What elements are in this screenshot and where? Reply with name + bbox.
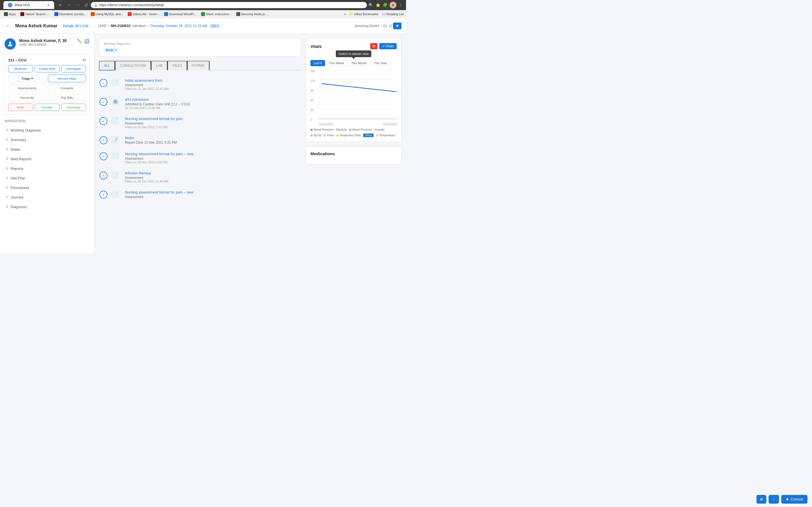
- legend-label: Bp (d): [314, 134, 321, 137]
- bookmark-yahoo[interactable]: Yahoo! Search -...: [18, 11, 52, 17]
- consents-button[interactable]: Consents: [48, 84, 86, 92]
- back-navigation[interactable]: ←: [4, 22, 12, 30]
- wd-label: Working Diagnosis *: [104, 42, 296, 45]
- nav-notes[interactable]: ≡Notes: [4, 145, 90, 154]
- nav-summary[interactable]: ≡Summary: [4, 135, 90, 145]
- wd-tag-text: fever: [106, 48, 114, 52]
- time-tab-last5[interactable]: Last 5: [310, 60, 325, 66]
- vitals-chart-button[interactable]: ↗ Vitals: [379, 43, 397, 49]
- profile-avatar[interactable]: A: [390, 2, 396, 8]
- extensions-icon[interactable]: 🧩: [383, 3, 388, 7]
- tab-all[interactable]: ALL: [99, 61, 115, 70]
- timeline-icon: ✓: [99, 98, 108, 107]
- timeline-title[interactable]: IPD Admission: [125, 98, 301, 102]
- legend-temp-active[interactable]: Temp: [363, 133, 373, 137]
- more-bookmarks[interactable]: »: [344, 12, 346, 16]
- yahoo-favicon: [20, 12, 24, 16]
- discharge-button[interactable]: Discharge: [61, 104, 86, 111]
- tab-lab[interactable]: LAB: [151, 61, 168, 70]
- bookmark-mysql[interactable]: Using MySQL and...: [89, 11, 125, 17]
- forward-button[interactable]: →: [75, 1, 82, 9]
- assessments-button[interactable]: Assessments: [8, 84, 46, 92]
- reconcile-button[interactable]: Reconcile: [8, 94, 46, 101]
- timeline-title[interactable]: Nursing assessment format for pain – new: [125, 152, 301, 156]
- ward-settings-icon[interactable]: ⇄: [83, 58, 86, 62]
- timeline-title[interactable]: Nursing assessment format for pain – new: [125, 190, 301, 194]
- other-bookmarks[interactable]: 📁 Other Bookmarks: [349, 12, 378, 16]
- edit-patient-button[interactable]: ✏️: [77, 38, 83, 44]
- menu-icon[interactable]: ⋮: [399, 3, 403, 7]
- new-tab-button[interactable]: +: [56, 2, 64, 8]
- sidebar-patient-name: Mona Ashok Kumar, F, 38: [19, 38, 66, 43]
- timeline-sub: Assessment: [125, 176, 301, 180]
- investigate-button[interactable]: Investigate: [61, 65, 86, 72]
- legend-bp-systolic[interactable]: Blood Pressure – Systolic: [349, 128, 385, 131]
- timeline-title[interactable]: Notes: [125, 136, 301, 140]
- legend-pulse[interactable]: Pulse: [324, 133, 334, 137]
- bookmark-wordpress[interactable]: Download WordPr...: [162, 11, 198, 17]
- bookmark-vlc[interactable]: VideoLAN - Down...: [126, 11, 161, 17]
- legend-label: Blood Pressure – Diastolic: [314, 128, 347, 131]
- timeline-item: ✓ 📄 Infusion therepy Assessment Filled o…: [99, 168, 301, 187]
- timeline-icon: ✓: [99, 136, 108, 145]
- browser-tab[interactable]: Meta hOS ×: [3, 1, 54, 9]
- left-sidebar: Mona Ashok Kumar, F, 38 UHID: MH-2100010…: [0, 34, 94, 253]
- wd-tag-remove[interactable]: ×: [115, 48, 117, 52]
- tab-files[interactable]: FILES: [167, 61, 187, 70]
- tab-close-button[interactable]: ×: [47, 3, 50, 7]
- y-axis-150: 150: [310, 69, 318, 73]
- patient-info: Mona Ashok Kumar, F, 38 UHID: MH-2100010: [19, 38, 66, 46]
- nav-reports[interactable]: ≡Reports: [4, 164, 90, 173]
- doctor-name[interactable]: Dr. JJ: [383, 24, 392, 28]
- timeline-title[interactable]: Nursing assessment format for pain: [125, 117, 301, 121]
- triage-button[interactable]: Triage ▾: [8, 75, 46, 82]
- bookmark-icon[interactable]: ⭐: [375, 3, 380, 7]
- chart-dates: 15/01/2022 15/01/2022: [319, 123, 397, 126]
- vitals-table-button[interactable]: ⊞: [370, 43, 377, 49]
- legend-bpd[interactable]: Bp (d): [310, 133, 321, 137]
- address-bar[interactable]: 🔒 https://demo.metahos.com/worklist/ip/d…: [91, 2, 367, 8]
- reading-list[interactable]: 📖 Reading List: [382, 12, 404, 16]
- reload-button[interactable]: ↺: [83, 1, 89, 9]
- legend-respiratory[interactable]: Respiratory Rate: [336, 133, 361, 137]
- timeline-title[interactable]: Infusion therepy: [125, 171, 301, 175]
- time-tab-thisweek[interactable]: This Week: [326, 60, 347, 66]
- legend-dot: [324, 134, 326, 136]
- timeline-item: ✓ 📄 Nursing assessment format for pain A…: [99, 113, 301, 132]
- bookmark-nodejs[interactable]: Securing Node.js:...: [235, 11, 270, 17]
- other-bookmarks-label: Other Bookmarks: [354, 12, 378, 16]
- legend-bp-diastolic[interactable]: Blood Pressure – Diastolic: [310, 128, 347, 131]
- tab-consultation[interactable]: CONSULTATION: [115, 61, 151, 70]
- tooltip-text: Switch to tabular view: [336, 50, 371, 57]
- nav-label: Procedures: [10, 186, 29, 190]
- legend-dot: [349, 129, 351, 131]
- refer-button[interactable]: Refer: [8, 104, 33, 111]
- reading-list-label: Reading List: [387, 12, 404, 16]
- pay-bills-button[interactable]: Pay Bills: [48, 94, 86, 101]
- legend-temperature[interactable]: Temperature: [376, 133, 395, 137]
- settings-button[interactable]: ▼: [393, 22, 402, 29]
- create-note-button[interactable]: Create Note: [35, 65, 59, 72]
- nav-procedures[interactable]: ≡Procedures: [4, 183, 90, 192]
- medicate-button[interactable]: Medicate: [8, 65, 33, 72]
- search-icon[interactable]: 🔍: [368, 3, 373, 7]
- sidebar-uhid: UHID: MH-2100010: [19, 43, 66, 46]
- self-badge: SELF: [209, 24, 221, 28]
- nav-diet-plan[interactable]: ≡Diet Plan: [4, 173, 90, 183]
- refresh-patient-button[interactable]: 🔄: [84, 38, 90, 44]
- temp-active-label[interactable]: Temp: [363, 133, 373, 137]
- bookmark-short[interactable]: Short, instruction...: [199, 11, 234, 17]
- nav-working-diagnosis[interactable]: ≡Working Diagnosis: [4, 125, 90, 135]
- nav-med-reports[interactable]: ≡Med Reports: [4, 154, 90, 164]
- back-button[interactable]: ←: [66, 1, 73, 9]
- transfer-button[interactable]: Transfer: [35, 104, 59, 111]
- time-tab-thismonth[interactable]: This Month: [348, 60, 370, 66]
- time-tab-thisyear[interactable]: This Year: [371, 60, 390, 66]
- bookmark-directions[interactable]: Directions service...: [53, 11, 88, 17]
- timeline-title[interactable]: Initial assessment form: [125, 78, 301, 82]
- bookmark-apps[interactable]: Apps: [2, 11, 17, 17]
- nav-journey[interactable]: ≡Journey: [4, 192, 90, 202]
- tab-forms[interactable]: FORMS: [187, 61, 209, 70]
- record-vitals-button[interactable]: Record Vitals: [48, 75, 86, 82]
- nav-diagnosis[interactable]: ≡Diagnosis: [4, 202, 90, 212]
